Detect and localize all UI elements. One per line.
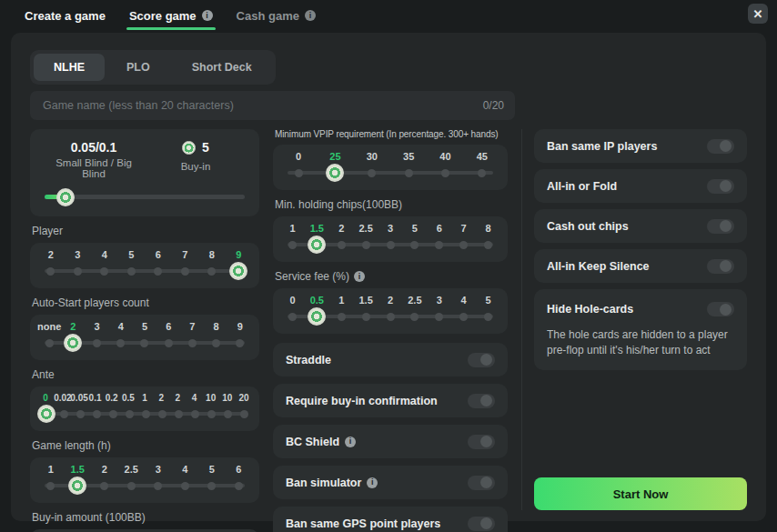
slider-dot[interactable] [362, 313, 370, 321]
slider-option-label[interactable]: 7 [180, 321, 204, 332]
slider-option-label[interactable]: 4 [172, 464, 199, 475]
straddle-toggle[interactable] [468, 353, 495, 367]
info-icon[interactable]: i [345, 437, 356, 447]
slider-dot[interactable] [288, 313, 297, 321]
holding-chips-slider[interactable]: 11.522.535678 [273, 216, 508, 262]
blinds-slider-track[interactable] [45, 195, 245, 199]
slider-option-label[interactable]: 6 [156, 321, 180, 332]
tab-create-a-game[interactable]: Create a game [13, 0, 117, 31]
slider-option-label[interactable]: 2.5 [118, 464, 146, 475]
slider-dot[interactable] [484, 241, 492, 249]
slider-option-label[interactable]: 40 [427, 151, 463, 162]
bc-shield-toggle[interactable] [468, 435, 495, 449]
game-type-plo[interactable]: PLO [106, 54, 170, 81]
ban-gps-toggle[interactable] [468, 517, 495, 531]
slider-option-label[interactable]: 0 [37, 393, 54, 403]
slider-dot[interactable] [154, 482, 162, 490]
cash-out-chips-toggle[interactable] [707, 219, 734, 234]
slider-dot[interactable] [207, 410, 216, 418]
slider-option-label[interactable]: 8 [476, 223, 500, 234]
slider-dot[interactable] [188, 339, 197, 347]
slider-option-label[interactable]: 0 [280, 295, 305, 306]
slider-dot[interactable] [181, 267, 189, 276]
info-icon[interactable]: i [202, 10, 213, 21]
slider-option-label[interactable]: 10 [203, 393, 219, 403]
slider-option-label[interactable]: 1.5 [65, 464, 92, 475]
slider-option-label[interactable]: 30 [354, 151, 390, 162]
slider-handle[interactable] [229, 262, 247, 280]
slider-dot[interactable] [212, 339, 220, 347]
game-type-nlhe[interactable]: NLHE [34, 54, 105, 81]
slider-option-label[interactable]: 2 [37, 249, 65, 260]
slider-option-label[interactable]: 2 [91, 464, 118, 475]
tab-score-game[interactable]: Score game i [117, 0, 225, 31]
slider-option-label[interactable]: 5 [476, 295, 500, 306]
hide-holecards-toggle[interactable] [707, 302, 734, 316]
slider-dot[interactable] [362, 241, 370, 249]
slider-option-label[interactable]: 5 [133, 321, 156, 332]
slider-option-label[interactable]: 7 [172, 249, 199, 260]
slider-option-label[interactable]: 3 [145, 464, 172, 475]
slider-option-label[interactable]: 9 [228, 321, 252, 332]
slider-option-label[interactable]: 0.05 [70, 393, 86, 403]
slider-dot[interactable] [441, 169, 449, 177]
slider-option-label[interactable]: 8 [198, 249, 226, 260]
slider-option-label[interactable]: 5 [198, 464, 226, 475]
slider-dot[interactable] [93, 339, 101, 347]
slider-dot[interactable] [127, 267, 136, 276]
slider-dot[interactable] [236, 339, 244, 347]
slider-dot[interactable] [158, 410, 166, 418]
slider-option-label[interactable]: 2 [378, 295, 403, 306]
slider-dot[interactable] [235, 482, 243, 490]
slider-dot[interactable] [484, 313, 492, 321]
game-type-short-deck[interactable]: Short Deck [172, 54, 272, 81]
slider-option-label[interactable]: 8 [205, 321, 228, 332]
slider-handle[interactable] [308, 236, 326, 254]
slider-option-label[interactable]: 5 [402, 223, 427, 234]
slider-dot[interactable] [410, 313, 419, 321]
slider-dot[interactable] [368, 169, 376, 177]
slider-dot[interactable] [74, 267, 82, 276]
slider-option-label[interactable]: 1 [37, 464, 65, 475]
slider-dot[interactable] [459, 241, 468, 249]
slider-dot[interactable] [338, 241, 346, 249]
slider-option-label[interactable]: 3 [427, 295, 451, 306]
slider-dot[interactable] [127, 482, 136, 490]
service-fee-slider[interactable]: 00.511.522.5345 [273, 288, 508, 334]
slider-dot[interactable] [207, 482, 216, 490]
slider-dot[interactable] [435, 241, 443, 249]
slider-option-label[interactable]: 4 [186, 393, 202, 403]
slider-dot[interactable] [116, 339, 125, 347]
slider-dot[interactable] [387, 313, 395, 321]
slider-dot[interactable] [387, 241, 395, 249]
slider-dot[interactable] [288, 241, 297, 249]
slider-option-label[interactable]: 3 [65, 249, 92, 260]
slider-option-label[interactable]: none [37, 321, 61, 332]
slider-dot[interactable] [207, 267, 216, 276]
slider-dot[interactable] [142, 410, 150, 418]
slider-option-label[interactable]: 10 [219, 393, 236, 403]
slider-handle[interactable] [68, 477, 86, 495]
slider-dot[interactable] [93, 410, 101, 418]
slider-option-label[interactable]: 7 [451, 223, 476, 234]
slider-dot[interactable] [100, 267, 108, 276]
slider-option-label[interactable]: 6 [427, 223, 451, 234]
game-length-slider[interactable]: 11.522.53456 [30, 457, 259, 503]
slider-option-label[interactable]: 0 [280, 151, 317, 162]
slider-dot[interactable] [295, 169, 303, 177]
slider-option-label[interactable]: 2 [329, 223, 354, 234]
slider-dot[interactable] [46, 267, 55, 276]
slider-dot[interactable] [126, 410, 134, 418]
slider-dot[interactable] [435, 313, 443, 321]
slider-option-label[interactable]: 3 [378, 223, 403, 234]
slider-handle[interactable] [308, 307, 326, 326]
vpip-slider[interactable]: 02530354045 [273, 145, 508, 190]
ante-slider[interactable]: 00.020.050.10.20.51224101020 [30, 386, 259, 431]
slider-handle[interactable] [326, 164, 344, 182]
blinds-slider-handle[interactable] [56, 188, 75, 206]
slider-option-label[interactable]: 35 [390, 151, 427, 162]
slider-option-label[interactable]: 0.5 [120, 393, 136, 403]
slider-option-label[interactable]: 2 [169, 393, 186, 403]
slider-option-label[interactable]: 1 [329, 295, 354, 306]
info-icon[interactable]: i [354, 271, 365, 282]
